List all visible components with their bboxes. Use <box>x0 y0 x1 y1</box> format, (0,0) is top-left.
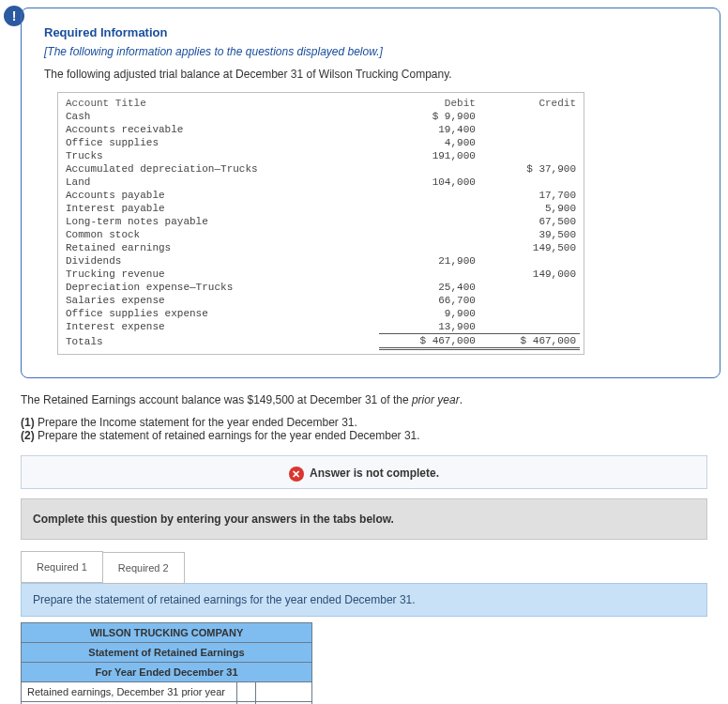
tb-total-label: Totals <box>62 334 379 349</box>
q2-text: Prepare the statement of retained earnin… <box>35 429 420 442</box>
tb-cell: 67,500 <box>479 215 580 228</box>
tb-total-credit: $ 467,000 <box>479 334 580 349</box>
q1-num: (1) <box>21 416 35 429</box>
intro-text: The following adjusted trial balance at … <box>44 68 697 81</box>
tb-cell: 5,900 <box>479 202 580 215</box>
retained-earnings-statement: WILSON TRUCKING COMPANY Statement of Ret… <box>21 622 312 704</box>
tb-cell: Interest expense <box>62 320 379 334</box>
tb-cell: 17,700 <box>479 189 580 202</box>
tb-cell <box>479 281 580 294</box>
tb-cell: 66,700 <box>379 294 479 307</box>
tb-cell <box>479 320 580 334</box>
statement-wrap: WILSON TRUCKING COMPANY Statement of Ret… <box>21 622 707 704</box>
question-list: (1) Prepare the Income statement for the… <box>21 416 707 442</box>
tb-cell: 39,500 <box>479 228 580 241</box>
stmt-period: For Year Ended December 31 <box>22 663 312 682</box>
tb-cell: Depreciation expense—Trucks <box>62 281 379 294</box>
error-icon: ✕ <box>289 467 304 482</box>
trial-balance-table: Account Title Debit Credit Cash$ 9,900 A… <box>62 97 580 350</box>
tab-required-2[interactable]: Required 2 <box>102 552 185 584</box>
tb-cell <box>479 254 580 268</box>
stmt-sym[interactable] <box>237 682 256 702</box>
q2-num: (2) <box>21 429 35 442</box>
tb-cell: Common stock <box>62 228 379 241</box>
tb-cell: 21,900 <box>379 254 479 268</box>
tb-cell <box>379 268 479 281</box>
tb-cell: Accumulated depreciation—Trucks <box>62 162 379 176</box>
th-credit: Credit <box>479 97 580 110</box>
answer-status-banner: ✕Answer is not complete. <box>21 455 707 489</box>
tb-cell <box>379 202 479 215</box>
tb-cell: 19,400 <box>379 123 479 136</box>
tb-cell <box>479 149 580 162</box>
tb-cell <box>379 189 479 202</box>
tb-cell: 4,900 <box>379 136 479 149</box>
trial-balance-box: Account Title Debit Credit Cash$ 9,900 A… <box>57 92 584 355</box>
tb-cell: Salaries expense <box>62 294 379 307</box>
tb-cell <box>479 123 580 136</box>
tb-cell: 9,900 <box>379 307 479 320</box>
complete-instruction: Complete this question by entering your … <box>21 498 707 540</box>
tb-cell: $ 9,900 <box>379 110 479 123</box>
answer-status-text: Answer is not complete. <box>310 467 439 480</box>
tb-cell <box>479 136 580 149</box>
tb-cell: Cash <box>62 110 379 123</box>
tb-cell: Accounts receivable <box>62 123 379 136</box>
info-card: Required Information [The following info… <box>21 8 720 378</box>
tb-cell: Interest payable <box>62 202 379 215</box>
tb-cell: Retained earnings <box>62 241 379 254</box>
tb-cell: Office supplies expense <box>62 307 379 320</box>
tb-total-debit: $ 467,000 <box>379 334 479 349</box>
tb-cell: $ 37,900 <box>479 162 580 176</box>
th-debit: Debit <box>379 97 479 110</box>
stmt-val-prior[interactable] <box>256 682 312 702</box>
tb-cell: Trucking revenue <box>62 268 379 281</box>
tb-cell <box>479 110 580 123</box>
retained-earnings-note: The Retained Earnings account balance wa… <box>21 393 707 406</box>
tb-cell <box>479 307 580 320</box>
tb-cell <box>479 294 580 307</box>
tb-cell: 149,000 <box>479 268 580 281</box>
tb-cell: 149,500 <box>479 241 580 254</box>
tb-cell <box>379 228 479 241</box>
tb-cell: Accounts payable <box>62 189 379 202</box>
tb-cell: Office supplies <box>62 136 379 149</box>
tb-cell: 13,900 <box>379 320 479 334</box>
tab-instruction: Prepare the statement of retained earnin… <box>21 583 707 617</box>
tb-cell: Land <box>62 176 379 189</box>
tb-cell <box>379 215 479 228</box>
q1-text: Prepare the Income statement for the yea… <box>35 416 357 429</box>
tabs: Required 1 Required 2 <box>21 551 707 583</box>
th-account: Account Title <box>62 97 379 110</box>
required-info-title: Required Information <box>44 25 697 39</box>
stmt-title: Statement of Retained Earnings <box>22 643 312 663</box>
tab-required-1[interactable]: Required 1 <box>21 551 103 583</box>
tb-cell: Dividends <box>62 254 379 268</box>
tb-cell <box>379 241 479 254</box>
tb-cell <box>479 176 580 189</box>
tb-cell: 191,000 <box>379 149 479 162</box>
tb-cell: 104,000 <box>379 176 479 189</box>
stmt-row-prior[interactable]: Retained earnings, December 31 prior yea… <box>22 682 237 702</box>
tb-cell: Trucks <box>62 149 379 162</box>
tb-cell: Long-term notes payable <box>62 215 379 228</box>
stmt-company: WILSON TRUCKING COMPANY <box>22 623 312 643</box>
tb-cell: 25,400 <box>379 281 479 294</box>
tb-cell <box>379 162 479 176</box>
required-info-subtitle: [The following information applies to th… <box>44 45 697 58</box>
